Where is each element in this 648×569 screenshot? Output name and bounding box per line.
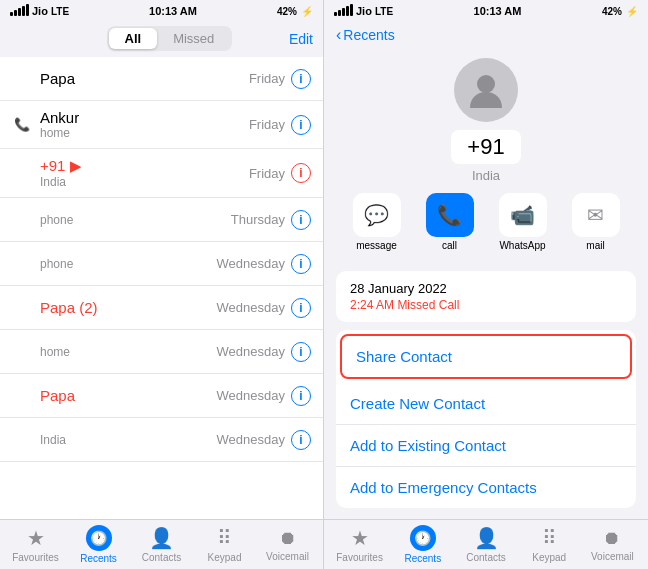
- right-tab-favourites[interactable]: ★ Favourites: [328, 526, 391, 563]
- call-day: Wednesday: [217, 432, 285, 447]
- list-item[interactable]: home Wednesday i: [0, 330, 323, 374]
- call-time: 2:24 AM: [350, 298, 394, 312]
- right-status-bar: Jio LTE 10:13 AM 42% ⚡: [324, 0, 648, 22]
- right-status-left: Jio LTE: [334, 4, 393, 18]
- network-label: LTE: [51, 6, 69, 17]
- create-contact-option[interactable]: Create New Contact: [336, 383, 636, 425]
- info-button[interactable]: i: [291, 386, 311, 406]
- info-button[interactable]: i: [291, 210, 311, 230]
- voicemail-icon-right: ⏺: [603, 528, 621, 549]
- add-emergency-option[interactable]: Add to Emergency Contacts: [336, 467, 636, 508]
- item-content: Papa: [40, 387, 217, 404]
- item-content: India: [40, 433, 217, 447]
- tab-favourites[interactable]: ★ Favourites: [4, 526, 67, 563]
- whatsapp-label: WhatsApp: [499, 240, 545, 251]
- star-icon: ★: [27, 526, 45, 550]
- info-button[interactable]: i: [291, 254, 311, 274]
- tab-keypad[interactable]: ⠿ Keypad: [193, 526, 256, 563]
- call-day: Wednesday: [217, 300, 285, 315]
- right-tab-keypad[interactable]: ⠿ Keypad: [518, 526, 581, 563]
- mail-action[interactable]: ✉ mail: [559, 193, 632, 251]
- item-right: Friday i: [249, 69, 311, 89]
- list-item[interactable]: Papa Friday i: [0, 57, 323, 101]
- item-right: Wednesday i: [217, 254, 311, 274]
- edit-button[interactable]: Edit: [289, 31, 313, 47]
- segment-missed[interactable]: Missed: [157, 28, 230, 49]
- call-label: call: [442, 240, 457, 251]
- battery-icon-right: ⚡: [626, 6, 638, 17]
- call-action[interactable]: 📞 call: [413, 193, 486, 251]
- info-button[interactable]: i: [291, 298, 311, 318]
- contact-name: +91 ▶: [40, 157, 249, 175]
- list-item[interactable]: India Wednesday i: [0, 418, 323, 462]
- message-action[interactable]: 💬 message: [340, 193, 413, 251]
- list-item[interactable]: +91 ▶ India Friday i: [0, 149, 323, 198]
- tab-label: Voicemail: [591, 551, 634, 562]
- back-label: Recents: [343, 27, 394, 43]
- add-emergency-label: Add to Emergency Contacts: [350, 479, 537, 496]
- info-button-highlighted[interactable]: i: [291, 163, 311, 183]
- item-content: Ankur home: [40, 109, 249, 140]
- list-item[interactable]: phone Wednesday i: [0, 242, 323, 286]
- create-contact-label: Create New Contact: [350, 395, 485, 412]
- action-buttons: 💬 message 📞 call 📹 WhatsApp ✉ mail: [336, 193, 636, 251]
- back-button[interactable]: ‹ Recents: [336, 26, 395, 44]
- segment-all[interactable]: All: [109, 28, 158, 49]
- tab-label: Favourites: [12, 552, 59, 563]
- recents-icon: 🕐: [86, 525, 112, 551]
- right-tab-voicemail[interactable]: ⏺ Voicemail: [581, 528, 644, 562]
- battery-percent-right: 42%: [602, 6, 622, 17]
- call-time-status: 2:24 AM Missed Call: [350, 298, 622, 312]
- right-tab-contacts[interactable]: 👤 Contacts: [454, 526, 517, 563]
- list-item[interactable]: Papa (2) Wednesday i: [0, 286, 323, 330]
- contacts-icon-right: 👤: [474, 526, 499, 550]
- item-right: Wednesday i: [217, 386, 311, 406]
- contact-section: +91 India 💬 message 📞 call 📹 WhatsApp ✉ …: [324, 50, 648, 271]
- info-button[interactable]: i: [291, 430, 311, 450]
- left-header: All Missed Edit: [0, 22, 323, 57]
- tab-label: Voicemail: [266, 551, 309, 562]
- right-tab-recents[interactable]: 🕐 Recents: [391, 525, 454, 564]
- tab-recents[interactable]: 🕐 Recents: [67, 525, 130, 564]
- list-item[interactable]: phone Thursday i: [0, 198, 323, 242]
- battery-icon-left: ⚡: [301, 6, 313, 17]
- tab-contacts[interactable]: 👤 Contacts: [130, 526, 193, 563]
- call-day: Wednesday: [217, 256, 285, 271]
- info-button[interactable]: i: [291, 342, 311, 362]
- item-right: Thursday i: [231, 210, 311, 230]
- item-content: phone: [40, 257, 217, 271]
- tab-label: Recents: [80, 553, 117, 564]
- star-icon-right: ★: [351, 526, 369, 550]
- contact-name: Ankur: [40, 109, 249, 126]
- whatsapp-icon-bg: 📹: [499, 193, 547, 237]
- item-right: Wednesday i: [217, 298, 311, 318]
- list-item[interactable]: 📞 Ankur home Friday i: [0, 101, 323, 149]
- missed-label: Missed Call: [397, 298, 459, 312]
- item-content: home: [40, 345, 217, 359]
- info-button[interactable]: i: [291, 69, 311, 89]
- item-right: Wednesday i: [217, 342, 311, 362]
- avatar: [454, 58, 518, 122]
- contact-sub: home: [40, 345, 217, 359]
- call-day: Friday: [249, 166, 285, 181]
- share-contact-option[interactable]: Share Contact: [340, 334, 632, 379]
- item-right: Friday i: [249, 163, 311, 183]
- whatsapp-action[interactable]: 📹 WhatsApp: [486, 193, 559, 251]
- call-date: 28 January 2022: [350, 281, 622, 296]
- tab-label: Keypad: [532, 552, 566, 563]
- right-status-right: 42% ⚡: [602, 6, 638, 17]
- item-content: phone: [40, 213, 231, 227]
- info-button[interactable]: i: [291, 115, 311, 135]
- left-status-right: 42% ⚡: [277, 6, 313, 17]
- item-right: Wednesday i: [217, 430, 311, 450]
- contact-sub: India: [40, 433, 217, 447]
- svg-point-0: [477, 75, 495, 93]
- call-day: Thursday: [231, 212, 285, 227]
- right-header: ‹ Recents: [324, 22, 648, 50]
- add-existing-option[interactable]: Add to Existing Contact: [336, 425, 636, 467]
- tab-voicemail[interactable]: ⏺ Voicemail: [256, 528, 319, 562]
- avatar-silhouette-icon: [466, 70, 506, 110]
- contact-name: Papa: [40, 387, 217, 404]
- list-item[interactable]: Papa Wednesday i: [0, 374, 323, 418]
- item-content: +91 ▶ India: [40, 157, 249, 189]
